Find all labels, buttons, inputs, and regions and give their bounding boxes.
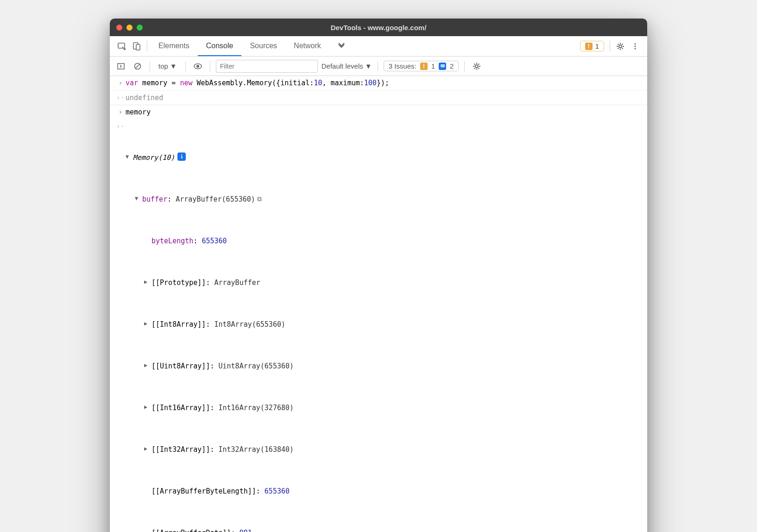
expand-arrow-icon[interactable]: ▶ (144, 444, 150, 453)
console-code: memory (126, 107, 642, 118)
more-menu-icon[interactable] (628, 39, 643, 54)
tab-elements[interactable]: Elements (150, 36, 198, 56)
memory-inspector-icon[interactable]: ⧉ (257, 194, 262, 204)
devtools-window: DevTools - www.google.com/ Elements Cons… (110, 19, 647, 532)
issues-warn-count: 1 (431, 62, 435, 70)
minimize-button[interactable] (126, 25, 132, 31)
console-output-row: ‹· undefined (110, 91, 647, 106)
chevron-down-icon: ▼ (170, 62, 177, 70)
tree-node-buffer[interactable]: ▼buffer: ArrayBuffer(655360)⧉ (126, 194, 642, 205)
tree-node-int8array[interactable]: ▶[[Int8Array]]: Int8Array(655360) (126, 319, 642, 330)
object-class: Memory(10) (133, 152, 175, 163)
titlebar: DevTools - www.google.com/ (110, 19, 647, 36)
tab-more[interactable] (329, 36, 353, 56)
expand-arrow-icon[interactable]: ▶ (144, 278, 150, 286)
divider (610, 41, 610, 52)
object-tree[interactable]: ▼Memory(10)i ▼buffer: ArrayBuffer(655360… (126, 121, 642, 532)
expand-arrow-icon[interactable]: ▶ (144, 319, 150, 328)
console-output: › var memory = new WebAssembly.Memory({i… (110, 76, 647, 532)
zoom-button[interactable] (137, 25, 143, 31)
clear-console-icon[interactable] (131, 60, 144, 73)
output-marker-icon: ‹· (115, 121, 126, 532)
svg-point-12 (475, 65, 478, 68)
divider (378, 61, 378, 71)
traffic-lights (116, 25, 143, 31)
warning-icon: ! (585, 43, 593, 50)
devtools-tabbar: Elements Console Sources Network ! 1 (110, 36, 647, 57)
divider (185, 61, 186, 71)
window-title: DevTools - www.google.com/ (110, 24, 647, 32)
output-marker-icon: ‹· (115, 93, 126, 103)
warnings-count: 1 (595, 42, 599, 50)
divider (464, 61, 465, 71)
tree-node-arraybuffer-bytelength[interactable]: ▶[[ArrayBufferByteLength]]: 655360 (126, 486, 642, 497)
filter-input[interactable] (216, 60, 318, 73)
tree-node-int16array[interactable]: ▶[[Int16Array]]: Int16Array(327680) (126, 403, 642, 413)
tab-sources[interactable]: Sources (241, 36, 285, 56)
console-input-row[interactable]: › var memory = new WebAssembly.Memory({i… (110, 76, 647, 91)
svg-point-6 (634, 48, 636, 49)
sidebar-toggle-icon[interactable] (114, 60, 127, 73)
tree-node-int32array[interactable]: ▶[[Int32Array]]: Int32Array(163840) (126, 444, 642, 455)
divider (147, 41, 147, 52)
issues-indicator[interactable]: 3 Issues: ! 1 ✉ 2 (384, 61, 459, 71)
context-label: top (158, 62, 168, 70)
tab-network[interactable]: Network (285, 36, 329, 56)
expand-arrow-icon[interactable]: ▶ (144, 403, 150, 411)
close-button[interactable] (116, 25, 122, 31)
device-toggle-icon[interactable] (129, 39, 144, 54)
issues-label: 3 Issues: (389, 62, 416, 70)
console-toolbar: top ▼ Default levels ▼ 3 Issues: ! 1 ✉ 2 (110, 57, 647, 76)
warning-icon: ! (420, 63, 428, 70)
tree-node-arraybuffer-data[interactable]: ▶[[ArrayBufferData]]: 991 (126, 528, 642, 532)
expand-arrow-icon[interactable]: ▶ (144, 361, 150, 369)
tree-node-prototype[interactable]: ▶[[Prototype]]: ArrayBuffer (126, 278, 642, 288)
issues-info-count: 2 (450, 62, 454, 70)
divider (150, 61, 150, 71)
console-code: var memory = new WebAssembly.Memory({ini… (126, 78, 642, 89)
tree-node-memory[interactable]: ▼Memory(10)i (126, 152, 642, 163)
svg-point-3 (619, 45, 622, 48)
log-levels-selector[interactable]: Default levels ▼ (322, 62, 372, 70)
tab-console[interactable]: Console (198, 36, 242, 56)
panel-tabs: Elements Console Sources Network (150, 36, 353, 56)
warnings-badge[interactable]: ! 1 (580, 41, 604, 51)
inspect-icon[interactable] (114, 39, 129, 54)
svg-point-11 (196, 65, 199, 68)
expand-arrow-icon[interactable]: ▼ (126, 152, 131, 161)
levels-label: Default levels (322, 62, 363, 70)
svg-point-4 (634, 43, 636, 44)
info-badge-icon[interactable]: i (177, 152, 186, 161)
expand-arrow-icon[interactable]: ▼ (135, 194, 140, 203)
live-expression-icon[interactable] (191, 60, 204, 73)
svg-line-9 (136, 64, 140, 68)
undefined-result: undefined (126, 93, 642, 103)
context-selector[interactable]: top ▼ (156, 62, 180, 70)
tree-node-uint8array[interactable]: ▶[[Uint8Array]]: Uint8Array(655360) (126, 361, 642, 372)
input-marker-icon: › (115, 107, 126, 118)
console-settings-icon[interactable] (470, 60, 483, 73)
console-result-row: ‹· ▼Memory(10)i ▼buffer: ArrayBuffer(655… (110, 120, 647, 532)
svg-rect-0 (118, 43, 125, 48)
chevron-down-icon: ▼ (365, 62, 372, 70)
info-icon: ✉ (439, 63, 446, 70)
svg-rect-2 (136, 44, 140, 50)
console-input-row[interactable]: › memory (110, 105, 647, 120)
input-marker-icon: › (115, 78, 126, 89)
settings-icon[interactable] (613, 39, 628, 54)
divider (210, 61, 210, 71)
tree-node-bytelength[interactable]: ▶byteLength: 655360 (126, 236, 642, 247)
svg-point-5 (634, 45, 636, 47)
